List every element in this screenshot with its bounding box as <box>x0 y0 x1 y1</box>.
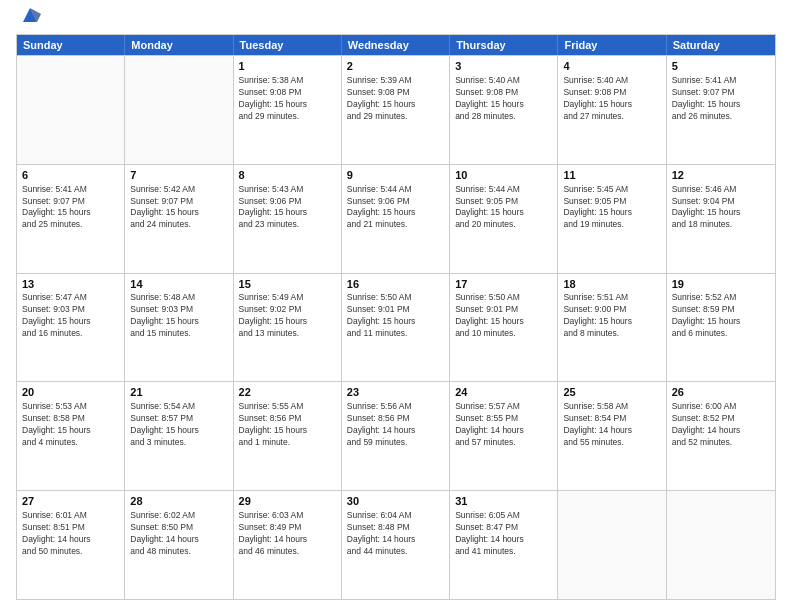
cell-info: Sunrise: 5:53 AM Sunset: 8:58 PM Dayligh… <box>22 401 119 449</box>
weekday-header-sunday: Sunday <box>17 35 125 55</box>
calendar-cell: 28Sunrise: 6:02 AM Sunset: 8:50 PM Dayli… <box>125 491 233 599</box>
cell-info: Sunrise: 5:44 AM Sunset: 9:05 PM Dayligh… <box>455 184 552 232</box>
cell-day-number: 7 <box>130 168 227 183</box>
cell-day-number: 24 <box>455 385 552 400</box>
calendar-cell: 16Sunrise: 5:50 AM Sunset: 9:01 PM Dayli… <box>342 274 450 382</box>
cell-info: Sunrise: 6:01 AM Sunset: 8:51 PM Dayligh… <box>22 510 119 558</box>
cell-info: Sunrise: 5:38 AM Sunset: 9:08 PM Dayligh… <box>239 75 336 123</box>
calendar-cell: 27Sunrise: 6:01 AM Sunset: 8:51 PM Dayli… <box>17 491 125 599</box>
calendar-cell: 2Sunrise: 5:39 AM Sunset: 9:08 PM Daylig… <box>342 56 450 164</box>
cell-info: Sunrise: 5:40 AM Sunset: 9:08 PM Dayligh… <box>563 75 660 123</box>
calendar-cell: 9Sunrise: 5:44 AM Sunset: 9:06 PM Daylig… <box>342 165 450 273</box>
calendar-cell: 6Sunrise: 5:41 AM Sunset: 9:07 PM Daylig… <box>17 165 125 273</box>
cell-info: Sunrise: 5:51 AM Sunset: 9:00 PM Dayligh… <box>563 292 660 340</box>
calendar-row-4: 27Sunrise: 6:01 AM Sunset: 8:51 PM Dayli… <box>17 490 775 599</box>
calendar-cell: 30Sunrise: 6:04 AM Sunset: 8:48 PM Dayli… <box>342 491 450 599</box>
cell-day-number: 8 <box>239 168 336 183</box>
calendar-cell: 14Sunrise: 5:48 AM Sunset: 9:03 PM Dayli… <box>125 274 233 382</box>
cell-day-number: 23 <box>347 385 444 400</box>
cell-info: Sunrise: 5:49 AM Sunset: 9:02 PM Dayligh… <box>239 292 336 340</box>
weekday-header-tuesday: Tuesday <box>234 35 342 55</box>
cell-info: Sunrise: 5:41 AM Sunset: 9:07 PM Dayligh… <box>22 184 119 232</box>
cell-info: Sunrise: 5:55 AM Sunset: 8:56 PM Dayligh… <box>239 401 336 449</box>
calendar-row-3: 20Sunrise: 5:53 AM Sunset: 8:58 PM Dayli… <box>17 381 775 490</box>
calendar-row-2: 13Sunrise: 5:47 AM Sunset: 9:03 PM Dayli… <box>17 273 775 382</box>
cell-day-number: 14 <box>130 277 227 292</box>
calendar-cell <box>125 56 233 164</box>
calendar-cell <box>558 491 666 599</box>
cell-info: Sunrise: 5:41 AM Sunset: 9:07 PM Dayligh… <box>672 75 770 123</box>
cell-info: Sunrise: 5:50 AM Sunset: 9:01 PM Dayligh… <box>455 292 552 340</box>
cell-info: Sunrise: 5:47 AM Sunset: 9:03 PM Dayligh… <box>22 292 119 340</box>
cell-day-number: 11 <box>563 168 660 183</box>
cell-info: Sunrise: 5:52 AM Sunset: 8:59 PM Dayligh… <box>672 292 770 340</box>
page: SundayMondayTuesdayWednesdayThursdayFrid… <box>0 0 792 612</box>
calendar-cell: 24Sunrise: 5:57 AM Sunset: 8:55 PM Dayli… <box>450 382 558 490</box>
cell-day-number: 31 <box>455 494 552 509</box>
calendar-cell: 21Sunrise: 5:54 AM Sunset: 8:57 PM Dayli… <box>125 382 233 490</box>
cell-day-number: 5 <box>672 59 770 74</box>
cell-day-number: 27 <box>22 494 119 509</box>
calendar-cell: 7Sunrise: 5:42 AM Sunset: 9:07 PM Daylig… <box>125 165 233 273</box>
calendar-header: SundayMondayTuesdayWednesdayThursdayFrid… <box>17 35 775 55</box>
weekday-header-thursday: Thursday <box>450 35 558 55</box>
calendar-cell: 22Sunrise: 5:55 AM Sunset: 8:56 PM Dayli… <box>234 382 342 490</box>
cell-day-number: 10 <box>455 168 552 183</box>
weekday-header-friday: Friday <box>558 35 666 55</box>
calendar-cell: 13Sunrise: 5:47 AM Sunset: 9:03 PM Dayli… <box>17 274 125 382</box>
cell-info: Sunrise: 5:39 AM Sunset: 9:08 PM Dayligh… <box>347 75 444 123</box>
calendar-cell <box>17 56 125 164</box>
cell-day-number: 21 <box>130 385 227 400</box>
cell-day-number: 9 <box>347 168 444 183</box>
calendar-cell: 5Sunrise: 5:41 AM Sunset: 9:07 PM Daylig… <box>667 56 775 164</box>
weekday-header-wednesday: Wednesday <box>342 35 450 55</box>
cell-day-number: 20 <box>22 385 119 400</box>
calendar-cell: 4Sunrise: 5:40 AM Sunset: 9:08 PM Daylig… <box>558 56 666 164</box>
cell-info: Sunrise: 5:58 AM Sunset: 8:54 PM Dayligh… <box>563 401 660 449</box>
cell-day-number: 15 <box>239 277 336 292</box>
cell-day-number: 6 <box>22 168 119 183</box>
cell-info: Sunrise: 5:43 AM Sunset: 9:06 PM Dayligh… <box>239 184 336 232</box>
cell-info: Sunrise: 5:46 AM Sunset: 9:04 PM Dayligh… <box>672 184 770 232</box>
cell-day-number: 2 <box>347 59 444 74</box>
cell-info: Sunrise: 5:50 AM Sunset: 9:01 PM Dayligh… <box>347 292 444 340</box>
calendar-cell: 23Sunrise: 5:56 AM Sunset: 8:56 PM Dayli… <box>342 382 450 490</box>
cell-info: Sunrise: 6:02 AM Sunset: 8:50 PM Dayligh… <box>130 510 227 558</box>
cell-day-number: 30 <box>347 494 444 509</box>
cell-info: Sunrise: 6:04 AM Sunset: 8:48 PM Dayligh… <box>347 510 444 558</box>
calendar-cell: 1Sunrise: 5:38 AM Sunset: 9:08 PM Daylig… <box>234 56 342 164</box>
cell-day-number: 28 <box>130 494 227 509</box>
cell-info: Sunrise: 5:42 AM Sunset: 9:07 PM Dayligh… <box>130 184 227 232</box>
cell-day-number: 26 <box>672 385 770 400</box>
calendar-row-1: 6Sunrise: 5:41 AM Sunset: 9:07 PM Daylig… <box>17 164 775 273</box>
calendar-cell: 17Sunrise: 5:50 AM Sunset: 9:01 PM Dayli… <box>450 274 558 382</box>
logo <box>16 12 41 26</box>
cell-day-number: 29 <box>239 494 336 509</box>
cell-info: Sunrise: 5:48 AM Sunset: 9:03 PM Dayligh… <box>130 292 227 340</box>
cell-info: Sunrise: 5:40 AM Sunset: 9:08 PM Dayligh… <box>455 75 552 123</box>
calendar-cell: 8Sunrise: 5:43 AM Sunset: 9:06 PM Daylig… <box>234 165 342 273</box>
cell-info: Sunrise: 5:56 AM Sunset: 8:56 PM Dayligh… <box>347 401 444 449</box>
cell-info: Sunrise: 5:57 AM Sunset: 8:55 PM Dayligh… <box>455 401 552 449</box>
cell-info: Sunrise: 5:45 AM Sunset: 9:05 PM Dayligh… <box>563 184 660 232</box>
calendar-cell: 25Sunrise: 5:58 AM Sunset: 8:54 PM Dayli… <box>558 382 666 490</box>
weekday-header-saturday: Saturday <box>667 35 775 55</box>
calendar-cell: 19Sunrise: 5:52 AM Sunset: 8:59 PM Dayli… <box>667 274 775 382</box>
calendar-cell: 26Sunrise: 6:00 AM Sunset: 8:52 PM Dayli… <box>667 382 775 490</box>
cell-day-number: 19 <box>672 277 770 292</box>
cell-day-number: 22 <box>239 385 336 400</box>
calendar-cell <box>667 491 775 599</box>
calendar-cell: 20Sunrise: 5:53 AM Sunset: 8:58 PM Dayli… <box>17 382 125 490</box>
cell-info: Sunrise: 6:03 AM Sunset: 8:49 PM Dayligh… <box>239 510 336 558</box>
calendar-cell: 31Sunrise: 6:05 AM Sunset: 8:47 PM Dayli… <box>450 491 558 599</box>
cell-info: Sunrise: 5:44 AM Sunset: 9:06 PM Dayligh… <box>347 184 444 232</box>
cell-day-number: 16 <box>347 277 444 292</box>
calendar-cell: 29Sunrise: 6:03 AM Sunset: 8:49 PM Dayli… <box>234 491 342 599</box>
cell-day-number: 13 <box>22 277 119 292</box>
cell-day-number: 17 <box>455 277 552 292</box>
calendar: SundayMondayTuesdayWednesdayThursdayFrid… <box>16 34 776 600</box>
calendar-cell: 11Sunrise: 5:45 AM Sunset: 9:05 PM Dayli… <box>558 165 666 273</box>
calendar-cell: 12Sunrise: 5:46 AM Sunset: 9:04 PM Dayli… <box>667 165 775 273</box>
calendar-cell: 15Sunrise: 5:49 AM Sunset: 9:02 PM Dayli… <box>234 274 342 382</box>
cell-day-number: 25 <box>563 385 660 400</box>
